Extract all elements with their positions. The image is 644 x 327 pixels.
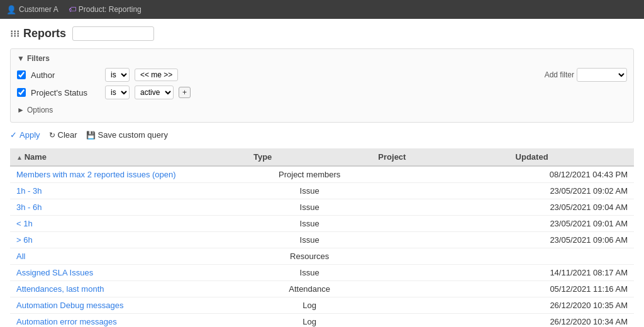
row-name-cell[interactable]: < 1h <box>10 216 247 232</box>
add-filter-select[interactable] <box>577 68 627 82</box>
status-checkbox[interactable] <box>17 88 26 97</box>
add-filter-label: Add filter <box>545 70 574 79</box>
status-filter-row: Project's Status is active + <box>17 86 191 99</box>
row-name-cell[interactable]: 3h - 6h <box>10 199 247 216</box>
customer-nav-item[interactable]: 👤 Customer A <box>6 5 58 14</box>
row-project-cell <box>372 297 509 314</box>
row-project-cell <box>372 281 509 297</box>
filters-label: Filters <box>27 54 50 63</box>
col-header-updated[interactable]: Updated <box>509 148 634 166</box>
save-icon: 💾 <box>86 131 96 140</box>
filters-toggle[interactable]: ▼ Filters <box>17 54 627 63</box>
row-name-cell[interactable]: Members with max 2 reported issues (open… <box>10 166 247 183</box>
row-name-cell[interactable]: All <box>10 248 247 265</box>
col-header-project[interactable]: Project <box>372 148 509 166</box>
row-project-cell <box>372 248 509 265</box>
table-row: AllResources <box>10 248 634 265</box>
row-project-cell <box>372 232 509 248</box>
checkmark-icon: ✓ <box>10 130 17 140</box>
row-project-cell <box>372 216 509 232</box>
table-row: Attendances, last monthAttendance05/12/2… <box>10 281 634 297</box>
chevron-down-icon: ▼ <box>17 54 25 63</box>
table-row: 3h - 6hIssue23/05/2021 09:04 AM <box>10 199 634 216</box>
row-name-cell[interactable]: Attendances, last month <box>10 281 247 297</box>
main-content: ⁝⁝⁝ Reports ▼ Filters Author is < <box>0 19 644 327</box>
row-type-cell: Issue <box>247 199 372 216</box>
page-title: Reports <box>23 27 66 40</box>
options-toggle[interactable]: ► Options <box>17 103 627 117</box>
page-header: ⁝⁝⁝ Reports <box>10 26 634 41</box>
options-label: Options <box>27 106 53 114</box>
grid-icon: ⁝⁝⁝ <box>10 28 19 40</box>
product-label: Product: Reporting <box>79 5 142 14</box>
author-checkbox[interactable] <box>17 70 26 79</box>
row-updated-cell: 23/05/2021 09:04 AM <box>509 199 634 216</box>
row-updated-cell: 23/05/2021 09:01 AM <box>509 216 634 232</box>
search-input[interactable] <box>72 26 154 41</box>
row-name-cell[interactable]: Assigned SLA Issues <box>10 265 247 281</box>
author-label: Author <box>31 70 100 80</box>
top-navigation: 👤 Customer A 🏷 Product: Reporting <box>0 0 644 19</box>
status-operator-select[interactable]: is <box>105 86 130 99</box>
clear-label: Clear <box>58 130 77 140</box>
chevron-right-icon: ► <box>17 106 25 114</box>
row-name-cell[interactable]: Automation error messages <box>10 314 247 328</box>
col-header-name[interactable]: ▲ Name <box>10 148 247 166</box>
row-project-cell <box>372 183 509 199</box>
table-row: > 6hIssue23/05/2021 09:06 AM <box>10 232 634 248</box>
person-icon: 👤 <box>6 5 16 14</box>
row-project-cell <box>372 199 509 216</box>
action-bar: ✓ Apply ↻ Clear 💾 Save custom query <box>10 128 634 142</box>
col-header-type[interactable]: Type <box>247 148 372 166</box>
row-name-cell[interactable]: 1h - 3h <box>10 183 247 199</box>
status-label: Project's Status <box>31 88 100 97</box>
row-project-cell <box>372 265 509 281</box>
table-row: 1h - 3hIssue23/05/2021 09:02 AM <box>10 183 634 199</box>
row-updated-cell <box>509 248 634 265</box>
page-title-area: ⁝⁝⁝ Reports <box>10 27 66 40</box>
header-row: ▲ Name Type Project Updated <box>10 148 634 166</box>
clear-button[interactable]: ↻ Clear <box>49 130 77 140</box>
row-type-cell: Log <box>247 297 372 314</box>
row-type-cell: Attendance <box>247 281 372 297</box>
table-row: < 1hIssue23/05/2021 09:01 AM <box>10 216 634 232</box>
row-updated-cell: 08/12/2021 04:43 PM <box>509 166 634 183</box>
apply-button[interactable]: ✓ Apply <box>10 130 40 140</box>
row-name-cell[interactable]: Automation Debug messages <box>10 297 247 314</box>
product-nav-item[interactable]: 🏷 Product: Reporting <box>69 5 142 14</box>
row-type-cell: Issue <box>247 183 372 199</box>
table-row: Automation Debug messagesLog26/12/2020 1… <box>10 297 634 314</box>
author-operator-select[interactable]: is <box>105 68 130 82</box>
row-updated-cell: 05/12/2021 11:16 AM <box>509 281 634 297</box>
customer-label: Customer A <box>19 5 58 14</box>
table-row: Members with max 2 reported issues (open… <box>10 166 634 183</box>
row-project-cell <box>372 314 509 328</box>
row-type-cell: Issue <box>247 232 372 248</box>
reports-table: ▲ Name Type Project Updated Members with… <box>10 148 634 327</box>
row-type-cell: Issue <box>247 265 372 281</box>
table-row: Automation error messagesLog26/12/2020 1… <box>10 314 634 328</box>
row-project-cell <box>372 166 509 183</box>
row-name-cell[interactable]: > 6h <box>10 232 247 248</box>
row-type-cell: Log <box>247 314 372 328</box>
row-updated-cell: 26/12/2020 10:34 AM <box>509 314 634 328</box>
row-updated-cell: 14/11/2021 08:17 AM <box>509 265 634 281</box>
row-updated-cell: 23/05/2021 09:06 AM <box>509 232 634 248</box>
add-filter-area: Add filter <box>545 68 627 82</box>
tag-icon: 🏷 <box>69 5 76 14</box>
apply-label: Apply <box>19 130 40 140</box>
row-type-cell: Project members <box>247 166 372 183</box>
table-header: ▲ Name Type Project Updated <box>10 148 634 166</box>
status-value-select[interactable]: active <box>135 86 174 99</box>
sort-arrow-name: ▲ <box>16 154 25 161</box>
row-type-cell: Resources <box>247 248 372 265</box>
row-updated-cell: 26/12/2020 10:35 AM <box>509 297 634 314</box>
table-row: Assigned SLA IssuesIssue14/11/2021 08:17… <box>10 265 634 281</box>
author-value-button[interactable]: << me >> <box>135 69 178 81</box>
add-status-value-button[interactable]: + <box>179 87 191 98</box>
refresh-icon: ↻ <box>49 131 55 140</box>
save-query-label: Save custom query <box>98 130 168 140</box>
save-query-button[interactable]: 💾 Save custom query <box>86 130 168 140</box>
row-updated-cell: 23/05/2021 09:02 AM <box>509 183 634 199</box>
author-filter-row: Author is << me >> <box>17 68 191 82</box>
